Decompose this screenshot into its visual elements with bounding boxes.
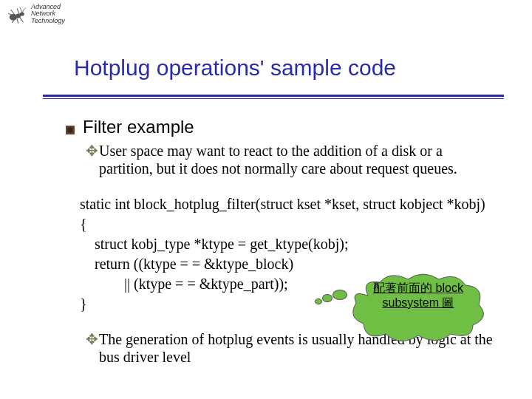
code-l6: } xyxy=(80,296,87,312)
slide-title: Hotplug operations' sample code xyxy=(74,55,396,81)
logo-line3: Technology xyxy=(31,18,65,24)
code-l4: return ((ktype = = &ktype_block) xyxy=(80,256,293,272)
ant-icon xyxy=(4,3,30,25)
callout-cloud: 配著前面的 block subsystem 圖 xyxy=(346,273,486,341)
code-l1: static int block_hotplug_filter(struct k… xyxy=(80,196,485,212)
svg-rect-4 xyxy=(68,128,73,133)
logo: Advanced Network Technology xyxy=(4,3,65,25)
thought-bubble-icon xyxy=(332,290,347,300)
sub-bullet-1-text: User space may want to react to the addi… xyxy=(99,142,502,178)
code-l3: struct kobj_type *ktype = get_ktype(kobj… xyxy=(80,236,348,252)
thought-bubble-icon xyxy=(322,294,332,302)
bullet1-text: Filter example xyxy=(83,117,194,137)
callout-text: 配著前面的 block subsystem 圖 xyxy=(366,281,470,310)
bullet-square-icon xyxy=(65,125,78,135)
code-l2: { xyxy=(80,216,87,232)
logo-text: Advanced Network Technology xyxy=(31,4,65,24)
diamond-bullet-icon: ✥ xyxy=(86,142,99,178)
bullet-level1: Filter example xyxy=(65,117,502,137)
svg-point-0 xyxy=(10,14,17,21)
sub-bullet-1: ✥ User space may want to react to the ad… xyxy=(86,142,502,178)
diamond-bullet-icon: ✥ xyxy=(86,330,99,366)
divider xyxy=(43,95,504,99)
thought-bubble-icon xyxy=(315,299,322,304)
code-l5: || (ktype = = &ktype_part)); xyxy=(80,276,288,292)
